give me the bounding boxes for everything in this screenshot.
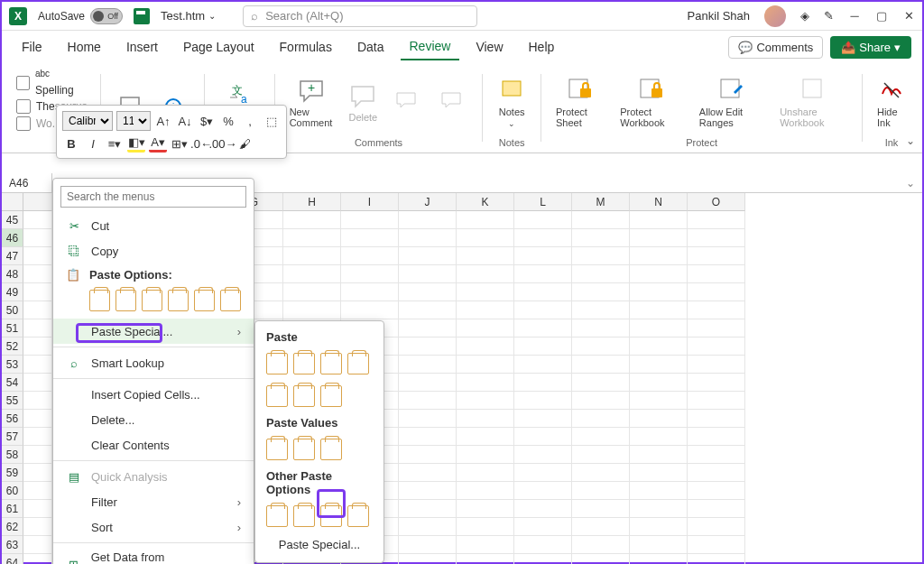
autosave-toggle[interactable]: Off (90, 8, 123, 24)
row-header[interactable]: 61 (2, 500, 23, 518)
new-comment-button[interactable]: +New Comment (284, 72, 338, 132)
cell[interactable] (341, 229, 399, 247)
ctx-clear-contents[interactable]: Clear Contents (53, 432, 254, 458)
cell[interactable] (688, 500, 745, 518)
row-header[interactable]: 50 (2, 301, 23, 319)
cell[interactable] (630, 536, 688, 554)
cell[interactable] (399, 482, 457, 500)
row-header[interactable]: 45 (2, 211, 23, 229)
cell[interactable] (572, 247, 630, 265)
ctx-insert-copied[interactable]: Insert Copied Cells... (53, 382, 254, 407)
borders-icon[interactable]: ⊞▾ (171, 134, 189, 153)
cell[interactable] (572, 374, 630, 392)
cell[interactable] (630, 356, 688, 374)
sub-paste-noborders-icon[interactable] (266, 385, 288, 407)
increase-decimal-icon[interactable]: .00→ (214, 134, 232, 153)
cell[interactable] (688, 283, 745, 301)
cell[interactable] (341, 283, 399, 301)
percent-icon[interactable]: % (219, 112, 237, 130)
cell[interactable] (457, 301, 514, 319)
cell[interactable] (630, 283, 688, 301)
cell[interactable] (630, 464, 688, 482)
row-header[interactable]: 57 (2, 428, 23, 446)
filename[interactable]: Test.htm (161, 9, 205, 23)
row-header[interactable]: 55 (2, 392, 23, 410)
cell[interactable] (514, 464, 572, 482)
bold-icon[interactable]: B (62, 134, 80, 153)
cell[interactable] (457, 356, 514, 374)
ctx-cut[interactable]: ✂Cut (53, 213, 254, 238)
sub-values-icon[interactable] (266, 439, 288, 460)
coming-soon-icon[interactable]: ✎ (824, 9, 834, 23)
cell[interactable] (399, 356, 457, 374)
tab-insert[interactable]: Insert (117, 34, 167, 60)
cell[interactable] (572, 337, 630, 356)
cell[interactable] (283, 247, 341, 265)
cell[interactable] (688, 374, 745, 392)
cell[interactable] (457, 392, 514, 410)
protect-workbook-button[interactable]: Protect Workbook (614, 72, 688, 132)
cell[interactable] (572, 229, 630, 247)
cell[interactable] (630, 374, 688, 392)
cell[interactable] (399, 229, 457, 247)
tab-formulas[interactable]: Formulas (271, 34, 341, 60)
cell[interactable] (457, 464, 514, 482)
diamond-icon[interactable]: ◈ (800, 9, 809, 23)
cell[interactable] (688, 464, 745, 482)
cell[interactable] (688, 247, 745, 265)
ctx-get-data[interactable]: ⊞Get Data from Table/Range... (53, 546, 254, 564)
cell[interactable] (572, 554, 630, 564)
cell[interactable] (399, 211, 457, 229)
tab-file[interactable]: File (13, 34, 51, 60)
sub-paste-source-fmt-icon[interactable] (347, 353, 369, 374)
cell[interactable] (630, 319, 688, 337)
cell[interactable] (514, 319, 572, 337)
currency-icon[interactable]: $▾ (198, 112, 216, 130)
comma-icon[interactable]: , (241, 112, 259, 130)
cell[interactable] (514, 247, 572, 265)
row-header[interactable]: 51 (2, 319, 23, 337)
cell[interactable] (283, 283, 341, 301)
cell[interactable] (572, 211, 630, 229)
cell[interactable] (341, 211, 399, 229)
row-header[interactable]: 63 (2, 536, 23, 554)
expand-formula-icon[interactable]: ⌄ (906, 177, 915, 190)
increase-font-icon[interactable]: A↑ (154, 112, 172, 130)
cell[interactable] (514, 301, 572, 319)
comments-button[interactable]: 💬 Comments (728, 36, 823, 59)
row-header[interactable]: 59 (2, 464, 23, 482)
cell[interactable] (630, 229, 688, 247)
cell[interactable] (399, 265, 457, 283)
cell[interactable] (572, 410, 630, 428)
cell[interactable] (572, 283, 630, 301)
cell[interactable] (514, 518, 572, 536)
align-icon[interactable]: ≡▾ (106, 134, 124, 153)
cell[interactable] (341, 301, 399, 319)
col-header[interactable]: N (630, 193, 688, 211)
size-select[interactable]: 11 (116, 111, 151, 131)
filename-dropdown-icon[interactable]: ⌄ (208, 11, 216, 21)
cell[interactable] (514, 392, 572, 410)
decrease-font-icon[interactable]: A↓ (176, 112, 194, 130)
cell[interactable] (399, 319, 457, 337)
cell[interactable] (572, 500, 630, 518)
sub-paste-formulas-num-icon[interactable] (320, 353, 342, 374)
share-button[interactable]: 📤 Share ▾ (830, 36, 911, 59)
hide-ink-button[interactable]: Hide Ink (872, 72, 911, 132)
cell[interactable] (457, 374, 514, 392)
col-header[interactable]: H (283, 193, 341, 211)
cell[interactable] (572, 301, 630, 319)
paste-link-icon[interactable] (220, 290, 241, 311)
tab-help[interactable]: Help (520, 34, 564, 60)
row-header[interactable]: 64 (2, 554, 23, 564)
close-button[interactable]: ✕ (902, 10, 915, 23)
italic-icon[interactable]: I (84, 134, 102, 153)
cell[interactable] (457, 410, 514, 428)
cell[interactable] (688, 229, 745, 247)
col-header[interactable]: K (457, 193, 514, 211)
cell[interactable] (572, 482, 630, 500)
row-header[interactable]: 54 (2, 374, 23, 392)
cell[interactable] (457, 211, 514, 229)
cell[interactable] (688, 446, 745, 464)
cell[interactable] (688, 301, 745, 319)
